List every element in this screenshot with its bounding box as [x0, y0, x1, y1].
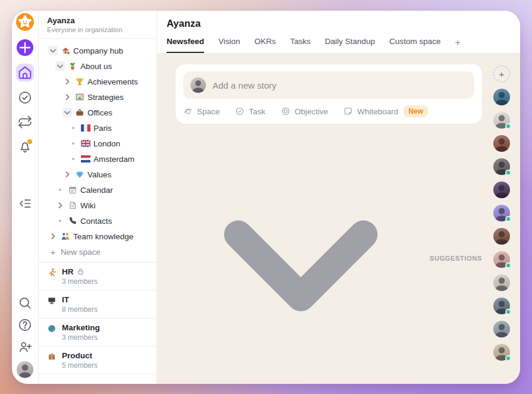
chevron-right-icon[interactable]: [62, 77, 72, 86]
runner-icon: [47, 268, 57, 277]
ayanza-logo-icon[interactable]: [16, 13, 34, 31]
action-label: Whiteboard: [357, 107, 398, 116]
sidebar-item-values[interactable]: Values: [43, 167, 154, 182]
create-button[interactable]: [17, 39, 33, 56]
home-button[interactable]: [16, 64, 34, 82]
chevron-right-icon[interactable]: [62, 92, 72, 102]
sidebar-item-wiki[interactable]: Wiki: [43, 198, 154, 213]
invite-button[interactable]: [17, 339, 33, 355]
add-tab-button[interactable]: +: [455, 37, 460, 53]
new-story-input[interactable]: Add a new story: [183, 71, 474, 99]
team-members-count: 3 members: [62, 333, 100, 342]
sidebar-item-amsterdam[interactable]: Amsterdam: [43, 151, 154, 167]
page-title: Ayanza: [167, 18, 508, 29]
sidebar-item-label: Company hub: [73, 46, 123, 55]
picture-icon: [75, 92, 85, 102]
new-badge: New: [403, 105, 428, 117]
member-avatar-2[interactable]: [493, 112, 510, 129]
composer-action-whiteboard[interactable]: WhiteboardNew: [343, 105, 428, 117]
notifications-button[interactable]: [17, 139, 33, 154]
sidebar-item-new-space[interactable]: +New space: [43, 244, 154, 259]
online-status-dot: [505, 309, 511, 315]
sidebar-item-calendar[interactable]: Calendar: [43, 182, 154, 198]
current-user-avatar: [190, 77, 206, 93]
team-members-count: 5 members: [62, 361, 98, 370]
notification-dot: [27, 139, 32, 144]
team-name: Marketing: [62, 323, 100, 332]
member-avatar-4[interactable]: [493, 158, 510, 175]
tasks-button[interactable]: [17, 90, 33, 105]
tab-bar: NewsfeedVisionOKRsTasksDaily StandupCust…: [167, 37, 508, 53]
team-name: Product: [62, 351, 92, 360]
collapse-sidebar-button[interactable]: [17, 196, 33, 211]
workspace-switcher[interactable]: Ayanza Everyone in organization: [39, 11, 157, 39]
sidebar-item-offices[interactable]: Offices: [43, 105, 154, 120]
bullet-dot: [68, 154, 78, 164]
sidebar-item-strategies[interactable]: Strategies: [43, 89, 154, 105]
tab-tasks[interactable]: Tasks: [290, 37, 311, 53]
member-avatar-10[interactable]: [493, 298, 510, 314]
new-team-button[interactable]: + New team: [39, 374, 157, 384]
chevron-down-icon[interactable]: [55, 61, 65, 71]
member-avatar-5[interactable]: [493, 182, 510, 198]
current-user-avatar[interactable]: [17, 361, 33, 378]
workspace-subtitle: Everyone in organization: [47, 26, 148, 33]
chevron-right-icon[interactable]: [48, 232, 58, 241]
sidebar-item-contacts[interactable]: Contacts: [43, 213, 154, 229]
team-item-product[interactable]: Product5 members: [39, 346, 157, 374]
member-avatar-7[interactable]: [493, 228, 510, 245]
tab-daily-standup[interactable]: Daily Standup: [325, 37, 375, 53]
planet-icon: [183, 107, 193, 116]
composer-action-task[interactable]: Task: [235, 107, 265, 116]
member-avatar-3[interactable]: [493, 135, 510, 152]
tab-vision[interactable]: Vision: [218, 37, 240, 53]
member-avatar-6[interactable]: [493, 205, 510, 221]
team-item-it[interactable]: IT8 members: [39, 290, 157, 318]
left-icon-rail: [12, 11, 39, 384]
member-avatar-12[interactable]: [493, 344, 510, 361]
chevron-right-icon[interactable]: [62, 170, 72, 179]
sidebar-item-label: London: [93, 139, 120, 148]
flag-fr-icon: [81, 123, 90, 133]
chevron-down-icon[interactable]: [48, 46, 58, 55]
sync-button[interactable]: [17, 114, 33, 130]
tab-okrs[interactable]: OKRs: [255, 37, 276, 53]
suggestions-toggle[interactable]: SUGGESTIONS: [176, 133, 482, 383]
chevron-down-icon[interactable]: [62, 108, 72, 117]
search-icon: [17, 295, 33, 311]
composer-action-objective[interactable]: Objective: [281, 107, 328, 116]
tab-custom-space[interactable]: Custom space: [389, 37, 440, 53]
member-avatar-1[interactable]: [493, 89, 510, 105]
member-avatar-9[interactable]: [493, 274, 510, 291]
chevron-right-icon[interactable]: [55, 201, 65, 210]
briefcase-icon: [75, 108, 85, 117]
member-avatar-11[interactable]: [493, 321, 510, 337]
team-item-hr[interactable]: HR3 members: [39, 262, 157, 290]
search-button[interactable]: [17, 295, 33, 311]
action-label: Space: [197, 107, 220, 116]
suggestions-label: SUGGESTIONS: [430, 255, 482, 262]
check-circle-icon: [17, 90, 33, 105]
team-members-count: 8 members: [62, 305, 98, 314]
sidebar-item-label: Amsterdam: [93, 155, 134, 164]
online-status-dot: [505, 262, 511, 268]
composer-action-space[interactable]: Space: [183, 107, 220, 116]
add-member-button[interactable]: +: [493, 65, 510, 82]
house-icon: [61, 46, 70, 55]
team-info: HR3 members: [62, 267, 98, 286]
flag-uk-icon: [81, 139, 90, 148]
sidebar-item-team-knowledge[interactable]: Team knowledge: [43, 229, 154, 244]
avatar: [493, 182, 510, 198]
sidebar-item-about-us[interactable]: About us: [43, 58, 154, 74]
tab-newsfeed[interactable]: Newsfeed: [167, 37, 204, 53]
computer-icon: [47, 296, 57, 305]
help-button[interactable]: [17, 317, 33, 333]
sidebar-item-achievements[interactable]: Achievements: [43, 74, 154, 89]
sidebar-item-london[interactable]: London: [43, 136, 154, 151]
team-item-marketing[interactable]: Marketing3 members: [39, 318, 157, 346]
sidebar-item-paris[interactable]: Paris: [43, 120, 154, 136]
member-avatar-8[interactable]: [493, 251, 510, 268]
help-icon: [17, 317, 33, 333]
sidebar-item-company-hub[interactable]: Company hub: [43, 43, 154, 58]
members-bar: +: [483, 54, 520, 384]
